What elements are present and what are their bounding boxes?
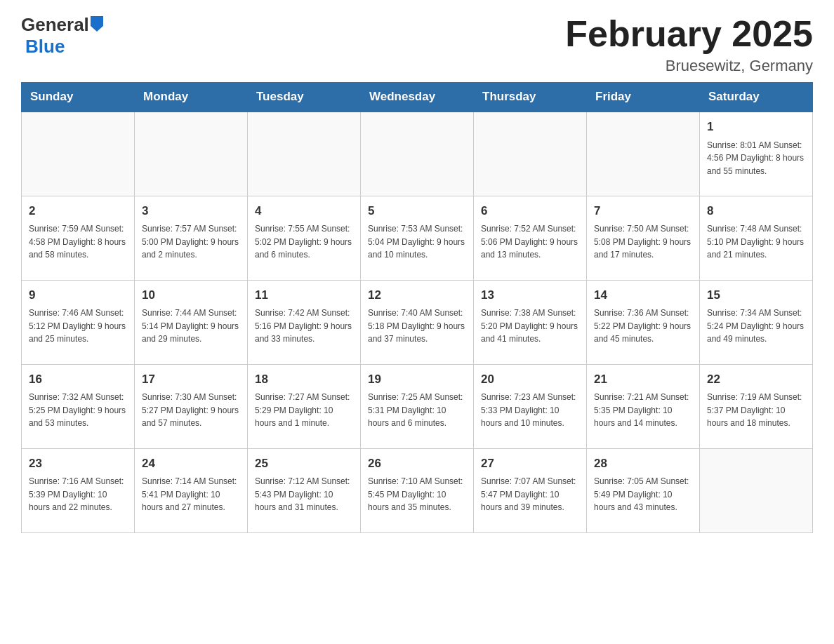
page-title: February 2025 [565,14,813,54]
day-number: 27 [481,455,579,473]
calendar-day-cell: 17Sunrise: 7:30 AM Sunset: 5:27 PM Dayli… [135,364,248,448]
day-info: Sunrise: 7:38 AM Sunset: 5:20 PM Dayligh… [481,307,579,346]
day-info: Sunrise: 7:44 AM Sunset: 5:14 PM Dayligh… [142,307,240,346]
day-number: 26 [368,455,466,473]
day-info: Sunrise: 7:57 AM Sunset: 5:00 PM Dayligh… [142,222,240,262]
calendar-day-cell: 12Sunrise: 7:40 AM Sunset: 5:18 PM Dayli… [361,280,474,364]
calendar-day-cell: 16Sunrise: 7:32 AM Sunset: 5:25 PM Dayli… [22,364,135,448]
calendar-day-cell: 26Sunrise: 7:10 AM Sunset: 5:45 PM Dayli… [361,448,474,532]
svg-marker-0 [91,16,103,32]
calendar-day-cell: 15Sunrise: 7:34 AM Sunset: 5:24 PM Dayli… [700,280,813,364]
day-of-week-header: Monday [135,83,248,112]
day-info: Sunrise: 7:30 AM Sunset: 5:27 PM Dayligh… [142,391,240,430]
calendar-day-cell: 11Sunrise: 7:42 AM Sunset: 5:16 PM Dayli… [248,280,361,364]
day-info: Sunrise: 7:23 AM Sunset: 5:33 PM Dayligh… [481,391,579,430]
day-of-week-header: Tuesday [248,83,361,112]
calendar-week-row: 23Sunrise: 7:16 AM Sunset: 5:39 PM Dayli… [22,448,813,532]
day-number: 10 [142,286,240,304]
day-info: Sunrise: 7:48 AM Sunset: 5:10 PM Dayligh… [707,222,805,262]
day-info: Sunrise: 7:40 AM Sunset: 5:18 PM Dayligh… [368,307,466,346]
calendar-week-row: 9Sunrise: 7:46 AM Sunset: 5:12 PM Daylig… [22,280,813,364]
calendar-week-row: 2Sunrise: 7:59 AM Sunset: 4:58 PM Daylig… [22,196,813,280]
calendar-day-cell [248,112,361,196]
day-number: 24 [142,455,240,473]
day-of-week-header: Thursday [474,83,587,112]
calendar-day-cell: 22Sunrise: 7:19 AM Sunset: 5:37 PM Dayli… [700,364,813,448]
calendar-day-cell [587,112,700,196]
calendar-header-row: SundayMondayTuesdayWednesdayThursdayFrid… [22,83,813,112]
calendar-day-cell: 23Sunrise: 7:16 AM Sunset: 5:39 PM Dayli… [22,448,135,532]
calendar-day-cell: 9Sunrise: 7:46 AM Sunset: 5:12 PM Daylig… [22,280,135,364]
day-number: 25 [255,455,353,473]
calendar-day-cell: 3Sunrise: 7:57 AM Sunset: 5:00 PM Daylig… [135,196,248,280]
logo: General Blue [21,14,103,58]
calendar-day-cell: 19Sunrise: 7:25 AM Sunset: 5:31 PM Dayli… [361,364,474,448]
calendar-day-cell: 2Sunrise: 7:59 AM Sunset: 4:58 PM Daylig… [22,196,135,280]
day-number: 6 [481,202,579,220]
day-number: 11 [255,286,353,304]
day-info: Sunrise: 7:12 AM Sunset: 5:43 PM Dayligh… [255,475,353,514]
calendar-day-cell: 24Sunrise: 7:14 AM Sunset: 5:41 PM Dayli… [135,448,248,532]
calendar-day-cell: 4Sunrise: 7:55 AM Sunset: 5:02 PM Daylig… [248,196,361,280]
day-info: Sunrise: 7:42 AM Sunset: 5:16 PM Dayligh… [255,307,353,346]
day-info: Sunrise: 7:05 AM Sunset: 5:49 PM Dayligh… [594,475,692,514]
day-info: Sunrise: 7:14 AM Sunset: 5:41 PM Dayligh… [142,475,240,514]
day-number: 22 [707,370,805,389]
day-info: Sunrise: 7:32 AM Sunset: 5:25 PM Dayligh… [29,391,127,430]
logo-general-text: General [21,14,89,36]
page-header: General Blue February 2025 Bruesewitz, G… [21,14,813,75]
calendar-day-cell: 13Sunrise: 7:38 AM Sunset: 5:20 PM Dayli… [474,280,587,364]
day-number: 18 [255,370,353,389]
day-number: 28 [594,455,692,473]
day-of-week-header: Saturday [700,83,813,112]
logo-blue-text: Blue [25,36,65,57]
day-number: 14 [594,286,692,304]
page-subtitle: Bruesewitz, Germany [565,57,813,75]
day-number: 5 [368,202,466,220]
day-info: Sunrise: 7:34 AM Sunset: 5:24 PM Dayligh… [707,307,805,346]
calendar-day-cell: 14Sunrise: 7:36 AM Sunset: 5:22 PM Dayli… [587,280,700,364]
calendar-day-cell: 25Sunrise: 7:12 AM Sunset: 5:43 PM Dayli… [248,448,361,532]
calendar-day-cell: 1Sunrise: 8:01 AM Sunset: 4:56 PM Daylig… [700,112,813,196]
day-number: 13 [481,286,579,304]
day-number: 19 [368,370,466,389]
calendar-day-cell: 28Sunrise: 7:05 AM Sunset: 5:49 PM Dayli… [587,448,700,532]
calendar-day-cell: 5Sunrise: 7:53 AM Sunset: 5:04 PM Daylig… [361,196,474,280]
calendar-day-cell [135,112,248,196]
day-number: 16 [29,370,127,389]
day-info: Sunrise: 7:36 AM Sunset: 5:22 PM Dayligh… [594,307,692,346]
day-of-week-header: Friday [587,83,700,112]
day-number: 12 [368,286,466,304]
day-number: 8 [707,202,805,220]
day-info: Sunrise: 7:07 AM Sunset: 5:47 PM Dayligh… [481,475,579,514]
calendar-week-row: 16Sunrise: 7:32 AM Sunset: 5:25 PM Dayli… [22,364,813,448]
day-info: Sunrise: 7:55 AM Sunset: 5:02 PM Dayligh… [255,222,353,262]
calendar-table: SundayMondayTuesdayWednesdayThursdayFrid… [21,82,813,533]
calendar-day-cell [474,112,587,196]
calendar-day-cell: 10Sunrise: 7:44 AM Sunset: 5:14 PM Dayli… [135,280,248,364]
calendar-day-cell [22,112,135,196]
day-number: 20 [481,370,579,389]
day-of-week-header: Sunday [22,83,135,112]
calendar-day-cell: 21Sunrise: 7:21 AM Sunset: 5:35 PM Dayli… [587,364,700,448]
day-number: 7 [594,202,692,220]
day-info: Sunrise: 7:59 AM Sunset: 4:58 PM Dayligh… [29,222,127,262]
day-number: 17 [142,370,240,389]
title-block: February 2025 Bruesewitz, Germany [565,14,813,75]
calendar-day-cell: 6Sunrise: 7:52 AM Sunset: 5:06 PM Daylig… [474,196,587,280]
day-of-week-header: Wednesday [361,83,474,112]
day-number: 4 [255,202,353,220]
day-info: Sunrise: 7:10 AM Sunset: 5:45 PM Dayligh… [368,475,466,514]
calendar-day-cell [361,112,474,196]
day-number: 1 [707,118,805,136]
calendar-day-cell: 27Sunrise: 7:07 AM Sunset: 5:47 PM Dayli… [474,448,587,532]
calendar-day-cell: 8Sunrise: 7:48 AM Sunset: 5:10 PM Daylig… [700,196,813,280]
calendar-day-cell: 18Sunrise: 7:27 AM Sunset: 5:29 PM Dayli… [248,364,361,448]
day-number: 3 [142,202,240,220]
day-number: 9 [29,286,127,304]
calendar-day-cell [700,448,813,532]
day-number: 15 [707,286,805,304]
day-info: Sunrise: 8:01 AM Sunset: 4:56 PM Dayligh… [707,139,805,178]
day-number: 21 [594,370,692,389]
day-number: 23 [29,455,127,473]
